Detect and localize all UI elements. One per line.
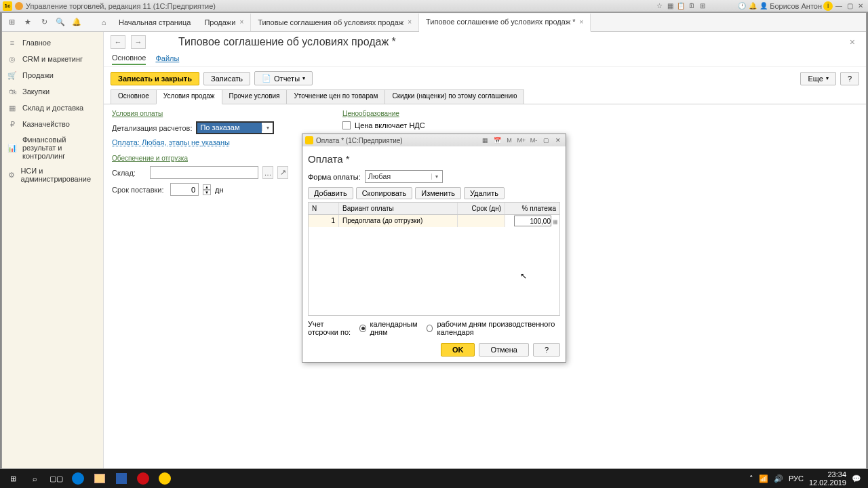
formtab-discounts[interactable]: Скидки (наценки) по этому соглашению xyxy=(384,89,524,104)
sidebar-item-admin[interactable]: ⚙НСИ и администрирование xyxy=(2,163,103,186)
formtab-other[interactable]: Прочие условия xyxy=(222,89,288,104)
volume-icon[interactable]: 🔊 xyxy=(774,474,783,483)
cal-icon[interactable]: 📅 xyxy=(492,136,502,145)
apps-icon[interactable]: ⊞ xyxy=(6,17,17,28)
tb-icon[interactable]: ☆ xyxy=(654,1,664,11)
add-button[interactable]: Добавить xyxy=(308,187,353,199)
group-payment-terms: Условия оплаты xyxy=(112,110,302,117)
col-variant[interactable]: Вариант оплаты xyxy=(339,203,458,214)
tb-icon[interactable]: 📋 xyxy=(676,1,686,11)
1c-icon[interactable] xyxy=(155,470,175,487)
start-button[interactable]: ⊞ xyxy=(3,470,23,487)
edit-button[interactable]: Изменить xyxy=(415,187,461,199)
payform-dropdown[interactable]: Любая▾ xyxy=(365,170,443,183)
sidebar-item-crm[interactable]: ◎CRM и маркетинг xyxy=(2,51,103,67)
open-button[interactable]: ↗ xyxy=(277,166,288,179)
nds-checkbox[interactable] xyxy=(342,121,351,129)
dialog-titlebar[interactable]: Оплата * (1С:Предприятие) ▦ 📅 M M+ M- ▢ … xyxy=(302,134,566,146)
mplus-button[interactable]: M+ xyxy=(517,136,526,145)
col-srok[interactable]: Срок (дн) xyxy=(458,203,505,214)
star-icon[interactable]: ★ xyxy=(22,17,33,28)
help-button[interactable]: ? xyxy=(533,343,560,357)
maximize-icon[interactable]: ▢ xyxy=(845,1,854,11)
lang-indicator[interactable]: РУС xyxy=(789,474,804,483)
tb-icon[interactable]: 🗓 xyxy=(687,1,696,11)
subtab-main[interactable]: Основное xyxy=(112,54,146,65)
close-icon[interactable]: ✕ xyxy=(553,136,563,145)
col-n[interactable]: N xyxy=(309,203,339,214)
formtab-sales-terms[interactable]: Условия продаж xyxy=(156,89,222,104)
close-icon[interactable]: ✕ xyxy=(856,1,865,11)
m-button[interactable]: M xyxy=(505,136,514,145)
sidebar-item-purchases[interactable]: 🛍Закупки xyxy=(2,83,103,100)
history-icon[interactable]: ↻ xyxy=(39,17,50,28)
radio-workdays[interactable] xyxy=(427,325,433,332)
table-row[interactable]: 1 Предоплата (до отгрузки) ▦ xyxy=(309,215,559,227)
select-button[interactable]: … xyxy=(262,166,273,179)
more-button[interactable]: Еще▾ xyxy=(800,72,835,85)
payment-link[interactable]: Оплата: Любая, этапы не указаны xyxy=(112,138,302,146)
search-button[interactable]: ⌕ xyxy=(24,470,45,487)
calc-icon[interactable]: ▦ xyxy=(480,136,490,145)
table-body-empty[interactable] xyxy=(309,227,559,315)
taskview-button[interactable]: ▢▢ xyxy=(46,470,66,487)
help-button[interactable]: ? xyxy=(840,72,859,85)
clock[interactable]: 23:3412.02.2019 xyxy=(809,470,846,487)
spin-down[interactable]: ▼ xyxy=(203,190,211,195)
money-icon: ₽ xyxy=(7,119,17,129)
search-icon[interactable]: 🔍 xyxy=(55,17,66,28)
back-button[interactable]: ← xyxy=(111,35,125,49)
cancel-button[interactable]: Отмена xyxy=(479,343,528,357)
info-icon[interactable]: i xyxy=(823,1,833,11)
ok-button[interactable]: OK xyxy=(441,343,475,357)
pct-input[interactable] xyxy=(514,216,551,226)
close-icon[interactable]: × xyxy=(408,18,412,26)
save-button[interactable]: Записать xyxy=(203,72,250,85)
wifi-icon[interactable]: 📶 xyxy=(759,474,768,483)
tray-up-icon[interactable]: ˄ xyxy=(749,474,753,483)
bell-icon[interactable]: 🔔 xyxy=(748,1,757,11)
copy-button[interactable]: Скопировать xyxy=(356,187,413,199)
formtab-main[interactable]: Основное xyxy=(111,89,157,104)
save-close-button[interactable]: Записать и закрыть xyxy=(111,72,199,85)
sidebar-item-sales[interactable]: 🛒Продажи xyxy=(2,67,103,83)
store-icon[interactable] xyxy=(111,470,132,487)
tb-icon[interactable]: ⊞ xyxy=(698,1,707,11)
cell-pct[interactable]: ▦ xyxy=(505,215,559,227)
tab-home[interactable]: Начальная страница xyxy=(112,14,197,31)
detail-dropdown[interactable]: По заказам▾ xyxy=(196,121,274,134)
bell-icon[interactable]: 🔔 xyxy=(71,17,82,28)
formtab-prices[interactable]: Уточнение цен по товарам xyxy=(286,89,385,104)
minimize-icon[interactable]: — xyxy=(834,1,844,11)
maximize-icon[interactable]: ▢ xyxy=(541,136,551,145)
warehouse-input[interactable] xyxy=(150,166,258,179)
sidebar-item-finance[interactable]: 📊Финансовый результат и контроллинг xyxy=(2,132,103,163)
close-icon[interactable]: × xyxy=(580,18,584,26)
tb-icon[interactable]: ▦ xyxy=(665,1,675,11)
close-page-button[interactable]: × xyxy=(846,37,859,47)
nav-icon[interactable] xyxy=(15,2,23,10)
calc-icon[interactable]: ▦ xyxy=(553,219,558,225)
radio-calendar[interactable] xyxy=(359,325,366,332)
delivery-input[interactable] xyxy=(170,183,199,196)
notifications-icon[interactable]: 💬 xyxy=(852,474,861,483)
edge-icon[interactable] xyxy=(68,470,88,487)
opera-icon[interactable] xyxy=(133,470,153,487)
col-pct[interactable]: % платежа xyxy=(505,203,559,214)
close-icon[interactable]: × xyxy=(239,18,243,26)
tab-agreements[interactable]: Типовые соглашения об условиях продаж× xyxy=(251,14,419,31)
reports-button[interactable]: 📄Отчеты▾ xyxy=(254,71,313,85)
sidebar-item-main[interactable]: ≡Главное xyxy=(2,35,103,51)
delete-button[interactable]: Удалить xyxy=(464,187,505,199)
spin-up[interactable]: ▲ xyxy=(203,184,211,190)
mminus-button[interactable]: M- xyxy=(529,136,538,145)
clock-icon[interactable]: 🕐 xyxy=(737,1,747,11)
sidebar-item-warehouse[interactable]: ▦Склад и доставка xyxy=(2,100,103,116)
forward-button[interactable]: → xyxy=(131,35,146,49)
subtab-files[interactable]: Файлы xyxy=(155,54,179,64)
sidebar-item-treasury[interactable]: ₽Казначейство xyxy=(2,116,103,132)
tab-agreement-edit[interactable]: Типовое соглашение об условиях продаж *× xyxy=(419,14,591,32)
tab-sales[interactable]: Продажи× xyxy=(197,14,251,31)
explorer-icon[interactable] xyxy=(90,470,110,487)
home-icon[interactable]: ⌂ xyxy=(98,17,109,28)
